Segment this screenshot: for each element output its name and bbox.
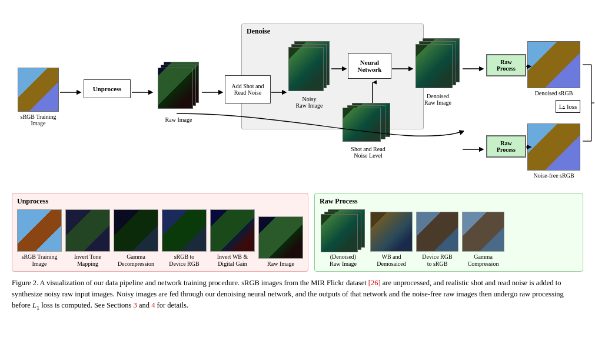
wb-demosaiced-img-label: WB andDemosaiced xyxy=(377,253,405,268)
figure-caption: Figure 2. A visualization of our data pi… xyxy=(12,278,583,312)
denoised-srgb-label: Denoised sRGB xyxy=(527,90,580,96)
list-item: Invert WB &Digital Gain xyxy=(210,209,255,268)
list-item: Invert Tone Mapping xyxy=(65,209,110,268)
noisy-raw-label: NoisyRaw Image xyxy=(287,96,331,109)
invert-wb-img-label: Invert WB &Digital Gain xyxy=(217,253,248,268)
noisefree-srgb-container: Noise-free sRGB xyxy=(527,123,580,179)
ref1: [26] xyxy=(368,279,381,287)
srgb-train-label: sRGB TrainingImage xyxy=(18,113,59,126)
list-item: sRGB toDevice RGB xyxy=(162,209,207,268)
invert-tone-img xyxy=(65,209,110,252)
denoised-srgb-image xyxy=(527,41,580,88)
arrow-to-rawproc-bottom xyxy=(463,145,486,153)
denoised-srgb-container: Denoised sRGB xyxy=(527,41,580,96)
list-item: (Denoised)Raw Image xyxy=(320,209,367,268)
unprocess-panel-images: sRGB TrainingImage Invert Tone Mapping G… xyxy=(17,209,303,268)
srgb-train-img xyxy=(17,209,62,252)
arrow-raw-addnoise xyxy=(202,88,225,96)
srgb-train-img-label: sRGB TrainingImage xyxy=(22,253,58,268)
pipeline-diagram: Denoise sRGB TrainingImage Unprocess Raw… xyxy=(12,6,583,188)
raw-process-top-box: RawProcess xyxy=(486,54,526,76)
l1-loss-label: L₁ loss xyxy=(559,103,577,111)
raw-process-top-label: RawProcess xyxy=(497,59,516,72)
rawprocess-panel: Raw Process (Denoised)Raw Image WB andDe… xyxy=(314,193,583,272)
add-noise-label: Add Shot andRead Noise xyxy=(232,83,264,96)
arrow-denoised-rawproc xyxy=(463,65,486,73)
denoised-raw-label: DenoisedRaw Image xyxy=(414,93,461,106)
list-item: sRGB TrainingImage xyxy=(17,209,62,268)
l1-bracket xyxy=(580,41,595,159)
gamma-decomp-img-label: GammaDecompression xyxy=(118,253,154,268)
rawprocess-panel-title: Raw Process xyxy=(320,197,578,206)
list-item: WB andDemosaiced xyxy=(370,212,413,268)
srgb-device-img xyxy=(162,209,207,252)
unprocess-panel-title: Unprocess xyxy=(17,197,303,206)
denoise-label: Denoise xyxy=(247,27,270,36)
gamma-comp-img-label: GammaCompression xyxy=(468,253,499,268)
neural-network-box: NeuralNetwork xyxy=(348,53,391,79)
list-item: Device RGBto sRGB xyxy=(416,212,458,268)
unprocess-box: Unprocess xyxy=(84,79,131,98)
rawprocess-panel-images: (Denoised)Raw Image WB andDemosaiced Dev… xyxy=(320,209,578,268)
figure-num: Figure 2. xyxy=(12,279,38,287)
arrow-unprocess-raw xyxy=(132,88,155,96)
arrow-addnoise-noisy xyxy=(271,88,289,96)
gamma-comp-img xyxy=(462,212,504,252)
srgb-image-container: sRGB TrainingImage xyxy=(18,68,59,126)
arrow-noise-level-nn xyxy=(368,79,377,103)
srgb-train-image xyxy=(18,68,59,112)
denoised-raw-img-label: (Denoised)Raw Image xyxy=(330,253,357,268)
device-srgb-img xyxy=(416,212,458,252)
list-item: Raw Image xyxy=(258,216,303,268)
wb-demosaiced-img xyxy=(370,212,413,252)
arrow-rawproc-bottom-out xyxy=(526,145,532,151)
unprocess-panel: Unprocess sRGB TrainingImage Invert Tone… xyxy=(12,193,308,272)
raw-process-bottom-label: RawProcess xyxy=(497,140,516,153)
gamma-decomp-img xyxy=(114,209,158,252)
noisefree-srgb-image xyxy=(527,123,580,171)
add-noise-box: Add Shot andRead Noise xyxy=(225,75,271,103)
caption-math: L xyxy=(32,301,36,309)
raw-image-small-img xyxy=(258,216,303,259)
srgb-device-img-label: sRGB toDevice RGB xyxy=(169,253,199,268)
arrow-nn-denoised xyxy=(392,65,415,73)
neural-network-label: NeuralNetwork xyxy=(358,59,382,73)
list-item: GammaCompression xyxy=(462,212,504,268)
caption-text5: for details. xyxy=(155,301,188,309)
noisy-raw-stack: NoisyRaw Image xyxy=(287,41,331,109)
noisefree-srgb-label: Noise-free sRGB xyxy=(527,172,580,179)
caption-text3: loss is computed. See Sections xyxy=(39,301,133,309)
raw-process-bottom-box: RawProcess xyxy=(486,135,526,158)
caption-text1: A visualization of our data pipeline and… xyxy=(40,279,368,287)
invert-wb-img xyxy=(210,209,255,252)
l1-loss-box: L₁ loss xyxy=(556,100,580,113)
arrow-raw-to-rawproc-bottom xyxy=(177,111,464,152)
list-item: GammaDecompression xyxy=(114,209,158,268)
bottom-panels: Unprocess sRGB TrainingImage Invert Tone… xyxy=(12,193,583,272)
arrow-noisy-nn xyxy=(331,65,349,73)
device-srgb-img-label: Device RGBto sRGB xyxy=(422,253,452,268)
invert-tone-img-label: Invert Tone Mapping xyxy=(65,253,110,268)
caption-and: and xyxy=(137,301,151,309)
arrow-srgb-unprocess xyxy=(60,88,84,96)
raw-image-small-label: Raw Image xyxy=(267,261,294,268)
denoised-raw-stack: DenoisedRaw Image xyxy=(414,38,461,106)
arrow-rawproc-top-out xyxy=(526,65,532,71)
